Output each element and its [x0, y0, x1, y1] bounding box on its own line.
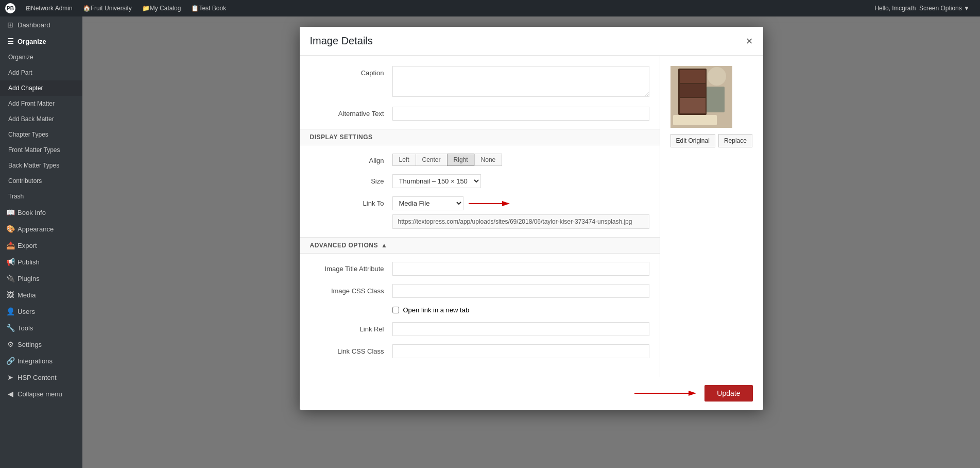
sidebar-item-dashboard[interactable]: ⊞ Dashboard [0, 16, 82, 33]
link-css-label: Link CSS Class [310, 344, 392, 355]
link-to-control: None Media File Attachment Page Custom U… [392, 196, 649, 229]
align-center-button[interactable]: Center [416, 154, 448, 166]
link-to-row: Link To None Media File Attachment Page … [310, 196, 649, 229]
svg-rect-4 [680, 70, 706, 83]
image-actions: Edit Original Replace [670, 134, 753, 147]
sidebar-item-tools[interactable]: 🔧 Tools [0, 320, 82, 336]
link-to-select[interactable]: None Media File Attachment Page Custom U… [392, 196, 463, 210]
url-display: https://textopress.com/app/uploads/sites… [392, 214, 649, 229]
caption-label: Caption [310, 66, 392, 77]
dashboard-icon: ⊞ [6, 21, 14, 29]
link-rel-control [392, 322, 649, 336]
sidebar-item-media[interactable]: 🖼 Media [0, 287, 82, 303]
screen-options-btn[interactable]: Screen Options ▼ [919, 5, 970, 12]
tools-icon: 🔧 [6, 324, 14, 332]
sidebar-item-appearance[interactable]: 🎨 Appearance [0, 221, 82, 237]
sidebar-item-organize[interactable]: Organize [0, 49, 82, 65]
caption-input[interactable] [392, 66, 649, 97]
user-greeting: Hello, lmcgrath [874, 5, 916, 12]
hsp-icon: ➤ [6, 373, 14, 381]
sidebar-item-add-chapter[interactable]: Add Chapter [0, 80, 82, 96]
modal-left-panel: Caption Alternative Text [300, 56, 660, 377]
open-new-tab-checkbox[interactable] [392, 307, 399, 313]
home-icon: 🏠 [83, 5, 91, 12]
admin-bar-testbook[interactable]: 📋 Test Book [186, 0, 231, 16]
collapse-icon: ◀ [6, 390, 14, 398]
link-css-control [392, 344, 649, 358]
appearance-icon: 🎨 [6, 225, 14, 233]
publish-icon: 📢 [6, 258, 14, 266]
size-control: Thumbnail – 150 × 150 Medium Large Full … [392, 174, 649, 188]
link-css-row: Link CSS Class [310, 344, 649, 358]
modal-right-panel: Edit Original Replace [660, 56, 763, 377]
modal-title: Image Details [310, 35, 373, 47]
sidebar-item-hsp-content[interactable]: ➤ HSP Content [0, 369, 82, 386]
align-right-button[interactable]: Right [447, 154, 475, 166]
open-new-tab-row: Open link in a new tab [310, 306, 649, 314]
update-button[interactable]: Update [704, 385, 752, 402]
image-css-input[interactable] [392, 284, 649, 298]
sidebar-item-back-matter-types[interactable]: Back Matter Types [0, 158, 82, 173]
image-preview [670, 66, 732, 128]
alt-text-input[interactable] [392, 107, 649, 121]
edit-original-button[interactable]: Edit Original [670, 134, 715, 147]
sidebar-item-front-matter-types[interactable]: Front Matter Types [0, 142, 82, 158]
size-row: Size Thumbnail – 150 × 150 Medium Large … [310, 174, 649, 188]
admin-bar-network[interactable]: ⊞ Network Admin [21, 0, 78, 16]
main-content: Image Details × Caption [82, 16, 980, 468]
open-new-tab-label: Open link in a new tab [403, 306, 470, 314]
sidebar-item-settings[interactable]: ⚙ Settings [0, 336, 82, 353]
alt-text-label: Alternative Text [310, 107, 392, 118]
modal-close-button[interactable]: × [746, 36, 753, 47]
folder-icon: 📁 [142, 5, 150, 12]
replace-button[interactable]: Replace [718, 134, 752, 147]
advanced-section: ADVANCED OPTIONS ▲ Image Title Attribute [310, 237, 649, 358]
align-left-button[interactable]: Left [392, 154, 416, 166]
sidebar-item-plugins[interactable]: 🔌 Plugins [0, 270, 82, 287]
link-to-annotation-arrow [469, 198, 510, 209]
align-none-button[interactable]: None [474, 154, 503, 166]
sidebar-item-contributors[interactable]: Contributors [0, 173, 82, 189]
sidebar-item-trash[interactable]: Trash [0, 189, 82, 204]
link-rel-row: Link Rel [310, 322, 649, 336]
svg-rect-8 [673, 115, 717, 125]
settings-icon: ⚙ [6, 340, 14, 348]
sidebar-item-collapse[interactable]: ◀ Collapse menu [0, 386, 82, 402]
sidebar-item-integrations[interactable]: 🔗 Integrations [0, 353, 82, 369]
size-select[interactable]: Thumbnail – 150 × 150 Medium Large Full … [392, 174, 481, 188]
link-rel-input[interactable] [392, 322, 649, 336]
network-icon: ⊞ [26, 5, 31, 12]
admin-bar-university[interactable]: 🏠 Fruit University [78, 0, 137, 16]
image-title-control [392, 262, 649, 276]
modal-footer: Update [300, 377, 763, 410]
advanced-collapse-icon[interactable]: ▲ [381, 242, 387, 249]
svg-rect-7 [707, 87, 725, 112]
image-details-modal: Image Details × Caption [300, 27, 763, 410]
sidebar-item-book-info[interactable]: 📖 Book Info [0, 204, 82, 221]
sidebar-item-add-back[interactable]: Add Back Matter [0, 111, 82, 127]
image-title-input[interactable] [392, 262, 649, 276]
sidebar-item-export[interactable]: 📤 Export [0, 237, 82, 254]
image-title-row: Image Title Attribute [310, 262, 649, 276]
sidebar-item-add-part[interactable]: Add Part [0, 65, 82, 80]
caption-row: Caption [310, 66, 649, 98]
media-icon: 🖼 [6, 291, 14, 299]
admin-bar-catalog[interactable]: 📁 My Catalog [137, 0, 186, 16]
align-buttons-group: Left Center Right None [392, 154, 649, 166]
update-arrow-annotation [634, 388, 696, 398]
svg-rect-5 [680, 84, 706, 97]
admin-bar-right: Hello, lmcgrath Screen Options ▼ [874, 5, 975, 12]
sidebar-item-chapter-types[interactable]: Chapter Types [0, 127, 82, 142]
link-css-input[interactable] [392, 344, 649, 358]
pb-logo[interactable]: PB [5, 3, 15, 13]
integrations-icon: 🔗 [6, 357, 14, 365]
book-icon: 📋 [191, 5, 199, 12]
display-settings-header: DISPLAY SETTINGS [300, 129, 660, 145]
caption-control [392, 66, 649, 98]
sidebar-item-users[interactable]: 👤 Users [0, 303, 82, 320]
sidebar-item-organize-header[interactable]: ☰ Organize [0, 33, 82, 49]
align-label: Align [310, 154, 392, 164]
align-row: Align Left Center Right None [310, 154, 649, 166]
sidebar-item-add-front[interactable]: Add Front Matter [0, 96, 82, 111]
sidebar-item-publish[interactable]: 📢 Publish [0, 254, 82, 270]
